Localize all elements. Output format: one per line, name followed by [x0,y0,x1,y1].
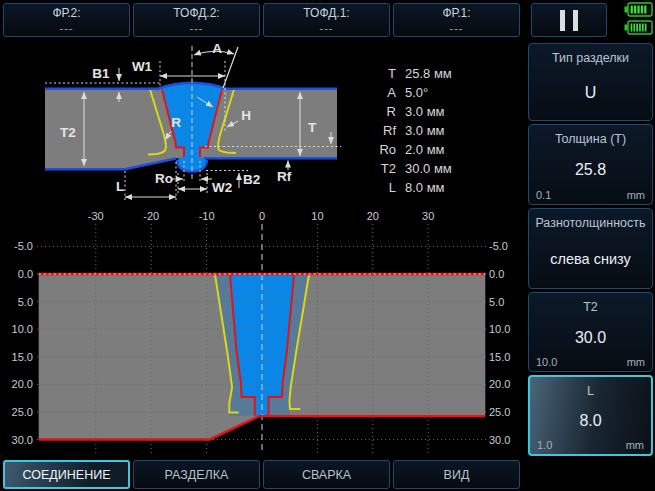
param-row: L8.0 мм [366,178,516,197]
channel-label: ФР.1: [442,6,470,20]
param-key: T2 [366,161,396,176]
svg-text:W2: W2 [212,180,232,195]
tab-vid[interactable]: ВИД [393,460,520,489]
panel-value: 8.0 [579,398,601,444]
svg-text:-20: -20 [143,210,159,222]
svg-text:5.0: 5.0 [489,296,504,308]
param-row: R3.0 мм [366,102,516,121]
svg-text:-5.0: -5.0 [489,240,508,252]
svg-text:R: R [171,115,181,130]
param-row: T230.0 мм [366,159,516,178]
channel-box-fr2[interactable]: ФР.2: --- [3,3,130,37]
panel-title: Толщина (Т) [555,132,626,146]
param-key: A [366,85,396,100]
panel-unit: mm [627,189,645,201]
svg-text:Rf: Rf [277,169,292,184]
tab-soedinenie[interactable]: СОЕДИНЕНИЕ [3,460,130,489]
panel-title: Разнотолщинность [535,216,645,230]
svg-text:L: L [116,179,124,194]
svg-text:W1: W1 [132,59,153,74]
panel-step: 1.0 [537,439,552,451]
channel-label: ФР.2: [52,6,80,20]
param-key: R [366,104,396,119]
panel-step: 0.1 [536,189,551,201]
param-row: T25.8 мм [366,64,516,83]
svg-text:0.0: 0.0 [489,268,504,280]
svg-text:25.0: 25.0 [489,406,510,418]
tab-razdelka[interactable]: РАЗДЕЛКА [133,460,260,489]
panel-step: 10.0 [536,356,557,368]
panel-value: 25.8 [575,146,606,194]
svg-text:20.0: 20.0 [489,378,510,390]
panel-title: Т2 [583,300,598,314]
svg-text:Ro: Ro [155,171,173,186]
panel-value: 30.0 [575,314,606,361]
param-key: Ro [366,142,396,157]
svg-text:B2: B2 [243,172,260,187]
param-value: 3.0 мм [405,123,445,138]
param-row: Rf3.0 мм [366,121,516,140]
svg-text:10.0: 10.0 [489,323,510,335]
panel-thickness[interactable]: Толщина (Т) 25.8 0.1mm [528,124,653,205]
battery-icon [624,2,653,17]
svg-text:15.0: 15.0 [12,351,33,363]
panel-value: слева снизу [550,230,631,288]
parameter-list: T25.8 мм A5.0° R3.0 мм Rf3.0 мм Ro2.0 мм… [366,64,516,197]
pause-icon [560,10,565,31]
svg-text:30: 30 [422,210,434,222]
svg-text:-30: -30 [88,210,104,222]
param-value: 2.0 мм [405,142,445,157]
svg-text:30.0: 30.0 [12,434,33,446]
svg-text:5.0: 5.0 [18,296,33,308]
panel-l[interactable]: L 8.0 1.0mm [528,375,653,456]
panel-t2[interactable]: Т2 30.0 10.0mm [528,292,653,372]
param-row: A5.0° [366,83,516,102]
channel-box-tofd1[interactable]: ТОФД.1: --- [263,3,390,37]
panel-thickness-difference[interactable]: Разнотолщинность слева снизу [528,208,653,289]
channel-value: --- [60,22,74,34]
pause-button[interactable] [531,3,607,37]
pause-icon [573,10,578,31]
channel-value: --- [450,22,464,34]
svg-text:-10: -10 [199,210,215,222]
battery-icon [624,20,653,35]
panel-title: Тип разделки [552,51,629,65]
param-value: 25.8 мм [405,66,452,81]
svg-text:15.0: 15.0 [489,351,510,363]
param-key: L [366,180,396,195]
panel-groove-type[interactable]: Тип разделки U [528,43,653,121]
panel-title: L [587,384,594,398]
svg-text:20.0: 20.0 [12,378,33,390]
param-key: T [366,66,396,81]
param-value: 8.0 мм [405,180,445,195]
svg-text:T: T [308,120,317,135]
panel-unit: mm [627,356,645,368]
panel-bottom-row: 0.1mm [536,189,645,201]
svg-text:B1: B1 [92,66,110,81]
channel-label: ТОФД.1: [303,6,349,20]
channel-value: --- [190,22,204,34]
panel-bottom-row: 1.0mm [537,439,644,451]
channel-value: --- [320,22,334,34]
svg-text:A: A [212,41,222,56]
svg-text:0.0: 0.0 [18,268,33,280]
channel-box-fr1[interactable]: ФР.1: --- [393,3,520,37]
svg-text:10.0: 10.0 [12,323,33,335]
svg-text:30.0: 30.0 [489,434,510,446]
svg-text:20: 20 [367,210,379,222]
param-value: 3.0 мм [405,104,445,119]
channel-box-tofd2[interactable]: ТОФД.2: --- [133,3,260,37]
device-screen: ФР.2: --- ТОФД.2: --- ТОФД.1: --- ФР.1: … [0,0,655,491]
svg-text:T2: T2 [60,125,76,140]
panel-unit: mm [626,439,644,451]
param-value: 30.0 мм [405,161,452,176]
svg-text:10: 10 [311,210,323,222]
svg-text:-5.0: -5.0 [14,240,33,252]
svg-text:0: 0 [259,210,265,222]
svg-text:25.0: 25.0 [12,406,33,418]
param-value: 5.0° [405,85,428,100]
svg-text:H: H [241,108,251,123]
panel-bottom-row: 10.0mm [536,356,645,368]
tab-svarka[interactable]: СВАРКА [263,460,390,489]
weld-profile-chart: -5.0-5.00.00.05.05.010.010.015.015.020.0… [0,210,525,456]
